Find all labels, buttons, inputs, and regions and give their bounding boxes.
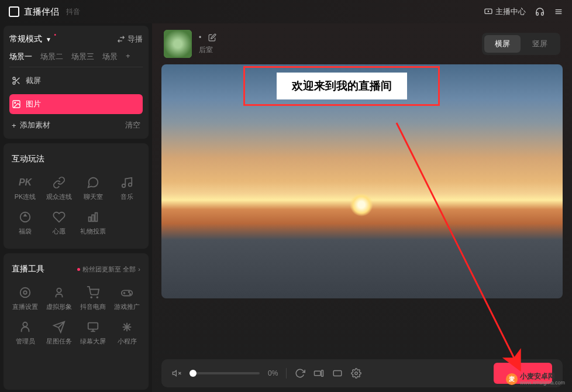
image-tool[interactable]: 图片 xyxy=(9,94,143,114)
svg-rect-40 xyxy=(315,371,321,376)
svg-point-12 xyxy=(122,184,126,188)
interactive-header: 互动玩法 xyxy=(9,149,143,169)
add-material-button[interactable]: + 添加素材 xyxy=(12,120,50,130)
scene-tabs: 场景一 场景二 场景三 场景 + xyxy=(9,50,143,67)
live-settings-button[interactable]: 直播设置 xyxy=(9,283,41,315)
app-brand: 直播伴侣 抖音 xyxy=(9,6,80,18)
sun-graphic xyxy=(350,193,373,216)
device-icon[interactable] xyxy=(313,368,324,379)
refresh-icon[interactable] xyxy=(295,368,305,379)
edit-icon[interactable] xyxy=(208,33,216,42)
svg-point-1 xyxy=(488,11,488,12)
top-right-controls: 主播中心 xyxy=(484,6,563,17)
mini-app-button[interactable]: 小程序 xyxy=(111,317,143,349)
ecommerce-button[interactable]: 抖音电商 xyxy=(77,283,109,315)
app-subtitle: 抖音 xyxy=(66,7,80,17)
app-logo-icon xyxy=(9,6,19,17)
mode-row: 常规模式 ▼ 导播 xyxy=(9,32,143,50)
tools-section: 直播工具 粉丝团更新至 全部 › 直播设置 虚拟形象 抖音 xyxy=(4,253,149,390)
star-task-button[interactable]: 星图任务 xyxy=(43,317,75,349)
chat-icon xyxy=(87,176,99,189)
top-bar: 直播伴侣 抖音 主播中心 xyxy=(0,0,572,23)
tools-header: 直播工具 粉丝团更新至 全部 › xyxy=(9,259,143,279)
svg-point-20 xyxy=(57,288,61,293)
svg-point-22 xyxy=(97,297,98,298)
scene-tab-1[interactable]: 场景一 xyxy=(9,51,32,66)
scene-tab-3[interactable]: 场景三 xyxy=(71,51,94,66)
admin-icon xyxy=(19,321,32,333)
scene-tab-4[interactable]: 场景 xyxy=(102,51,118,66)
watermark-logo-icon: 麦 xyxy=(506,373,518,385)
watermark: 麦 小麦安卓网 www.xmsigma.com xyxy=(506,373,565,386)
menu-icon[interactable] xyxy=(554,7,563,16)
swap-icon xyxy=(117,35,125,43)
svg-point-28 xyxy=(23,322,27,326)
host-center-link[interactable]: 主播中心 xyxy=(484,6,526,17)
scene-thumbnail[interactable] xyxy=(164,30,192,58)
volume-slider[interactable] xyxy=(189,372,260,374)
landscape-button[interactable]: 横屏 xyxy=(484,35,521,53)
preview-canvas[interactable]: 欢迎来到我的直播间 xyxy=(161,64,563,298)
heart-icon xyxy=(53,211,66,223)
status-dot-icon: • xyxy=(199,33,201,42)
content-header: • 后室 横屏 竖屏 xyxy=(152,23,572,64)
gift-vote-button[interactable]: 礼物投票 xyxy=(77,207,109,239)
cart-icon xyxy=(87,286,99,299)
link-icon xyxy=(53,176,66,189)
gear-icon[interactable] xyxy=(351,368,361,379)
green-screen-button[interactable]: 绿幕大屏 xyxy=(77,317,109,349)
main-area: 常规模式 ▼ 导播 场景一 场景二 场景三 场景 + 截屏 xyxy=(0,23,572,392)
add-material-row: + 添加素材 清空 xyxy=(9,114,143,133)
add-scene-button[interactable]: + xyxy=(126,51,130,66)
svg-rect-15 xyxy=(89,217,91,221)
scene-tab-2[interactable]: 场景二 xyxy=(40,51,63,66)
orientation-toggle: 横屏 竖屏 xyxy=(482,33,560,55)
mode-dropdown[interactable]: 常规模式 ▼ xyxy=(9,34,51,44)
svg-rect-29 xyxy=(88,323,98,329)
svg-point-11 xyxy=(15,102,16,104)
import-button[interactable]: 导播 xyxy=(117,34,143,44)
screenshot-tool[interactable]: 截屏 xyxy=(9,71,143,91)
volume-thumb[interactable] xyxy=(189,370,197,377)
interactive-grid: PK PK连线 观众连线 聊天室 音乐 福袋 xyxy=(9,169,143,243)
caret-down-icon: ▼ xyxy=(46,36,51,43)
pk-link-button[interactable]: PK PK连线 xyxy=(9,173,41,205)
svg-point-18 xyxy=(20,288,30,298)
gamepad-icon xyxy=(120,286,133,299)
svg-point-43 xyxy=(355,372,358,375)
bottom-toolbar: 0% xyxy=(161,359,563,387)
app-title: 直播伴侣 xyxy=(24,6,59,18)
tools-grid: 直播设置 虚拟形象 抖音电商 游戏推广 管理员 xyxy=(9,279,143,353)
chatroom-button[interactable]: 聊天室 xyxy=(77,173,109,205)
scene-section: 常规模式 ▼ 导播 场景一 场景二 场景三 场景 + 截屏 xyxy=(4,26,149,139)
volume-muted-icon[interactable] xyxy=(172,369,181,378)
svg-point-21 xyxy=(91,297,92,298)
bag-icon xyxy=(19,211,32,223)
admin-button[interactable]: 管理员 xyxy=(9,317,41,349)
headphones-icon[interactable] xyxy=(535,7,545,16)
preview-wrapper: 欢迎来到我的直播间 xyxy=(152,64,572,359)
thumbnail-group: • 后室 xyxy=(164,30,216,58)
svg-rect-16 xyxy=(92,215,94,221)
tv-icon xyxy=(484,7,493,16)
avatar-button[interactable]: 虚拟形象 xyxy=(43,283,75,315)
camera-icon[interactable] xyxy=(332,368,343,379)
svg-line-8 xyxy=(18,82,20,84)
tools-update-link[interactable]: 粉丝团更新至 全部 › xyxy=(77,265,140,274)
svg-point-13 xyxy=(129,183,132,187)
wish-button[interactable]: 心愿 xyxy=(43,207,75,239)
portrait-button[interactable]: 竖屏 xyxy=(522,35,558,53)
music-icon xyxy=(120,176,133,189)
audience-link-button[interactable]: 观众连线 xyxy=(43,173,75,205)
target-icon xyxy=(19,286,32,299)
image-icon xyxy=(12,99,21,109)
svg-line-9 xyxy=(15,79,16,81)
status-indicators: • xyxy=(199,33,216,42)
game-promo-button[interactable]: 游戏推广 xyxy=(111,283,143,315)
svg-rect-17 xyxy=(95,213,98,222)
lucky-bag-button[interactable]: 福袋 xyxy=(9,207,41,239)
pk-icon: PK xyxy=(19,176,32,189)
welcome-text-box[interactable]: 欢迎来到我的直播间 xyxy=(243,66,440,106)
clear-button[interactable]: 清空 xyxy=(125,120,140,130)
music-button[interactable]: 音乐 xyxy=(111,173,143,205)
